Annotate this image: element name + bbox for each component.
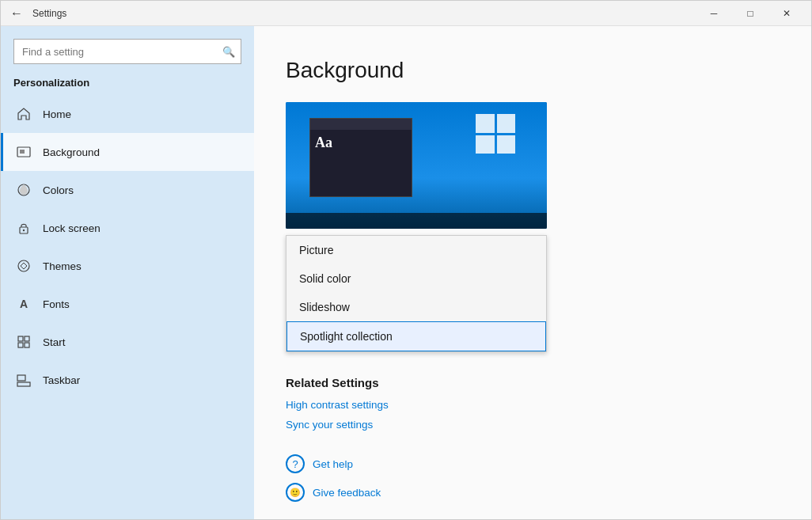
sidebar-label-themes: Themes bbox=[43, 260, 82, 272]
title-bar: ← Settings ─ □ ✕ bbox=[1, 1, 811, 26]
background-type-dropdown: Picture Solid color Slideshow Spotlight … bbox=[286, 235, 547, 352]
settings-window: ← Settings ─ □ ✕ 🔍 Personalization Home bbox=[0, 0, 812, 520]
home-icon bbox=[16, 106, 32, 122]
give-feedback-icon: 🙂 bbox=[286, 483, 305, 502]
win-quad-tl bbox=[476, 114, 495, 133]
give-feedback-item[interactable]: 🙂 Give feedback bbox=[286, 483, 780, 502]
taskbar-icon bbox=[16, 372, 32, 388]
title-bar-controls: ─ □ ✕ bbox=[696, 1, 805, 26]
section-label: Personalization bbox=[1, 74, 254, 95]
sidebar: 🔍 Personalization Home Background bbox=[1, 26, 254, 519]
sidebar-label-background: Background bbox=[43, 146, 100, 158]
sidebar-label-start: Start bbox=[43, 336, 66, 348]
get-help-icon: ? bbox=[286, 454, 305, 473]
svg-rect-7 bbox=[25, 336, 29, 341]
windows-logo bbox=[476, 114, 515, 154]
taskbar-simulation bbox=[286, 213, 547, 229]
win-quad-tr bbox=[497, 114, 516, 133]
background-preview: Aa bbox=[286, 102, 547, 229]
sidebar-item-taskbar[interactable]: Taskbar bbox=[1, 361, 254, 399]
page-title: Background bbox=[286, 58, 780, 83]
sidebar-item-lock-screen[interactable]: Lock screen bbox=[1, 209, 254, 247]
close-button[interactable]: ✕ bbox=[768, 1, 805, 26]
sidebar-label-lock-screen: Lock screen bbox=[43, 222, 101, 234]
right-panel: Background Aa bbox=[254, 26, 811, 519]
sidebar-item-background[interactable]: Background bbox=[1, 133, 254, 171]
sidebar-item-start[interactable]: Start bbox=[1, 323, 254, 361]
sidebar-label-fonts: Fonts bbox=[43, 298, 70, 310]
maximize-button[interactable]: □ bbox=[732, 1, 768, 26]
sidebar-item-fonts[interactable]: A Fonts bbox=[1, 285, 254, 323]
get-help-item[interactable]: ? Get help bbox=[286, 454, 780, 473]
background-icon bbox=[16, 144, 32, 160]
svg-point-5 bbox=[18, 260, 29, 271]
themes-icon bbox=[16, 258, 32, 274]
sidebar-label-home: Home bbox=[43, 108, 71, 120]
high-contrast-link[interactable]: High contrast settings bbox=[286, 399, 780, 411]
related-settings-section: Related Settings High contrast settings … bbox=[286, 376, 780, 431]
fonts-icon: A bbox=[16, 296, 32, 312]
win-quad-br bbox=[497, 135, 516, 154]
minimize-button[interactable]: ─ bbox=[696, 1, 732, 26]
window-title: Settings bbox=[32, 8, 66, 19]
sidebar-item-themes[interactable]: Themes bbox=[1, 247, 254, 285]
win-quad-bl bbox=[476, 135, 495, 154]
colors-icon bbox=[16, 182, 32, 198]
dropdown-item-slideshow[interactable]: Slideshow bbox=[286, 293, 546, 321]
start-icon bbox=[16, 334, 32, 350]
related-settings-title: Related Settings bbox=[286, 376, 780, 389]
get-help-link[interactable]: Get help bbox=[313, 458, 353, 470]
svg-point-4 bbox=[23, 230, 25, 231]
dropdown-item-solid-color[interactable]: Solid color bbox=[286, 264, 546, 293]
sim-titlebar bbox=[310, 119, 412, 130]
help-section: ? Get help 🙂 Give feedback bbox=[286, 454, 780, 502]
give-feedback-link[interactable]: Give feedback bbox=[313, 487, 381, 499]
dropdown-item-spotlight[interactable]: Spotlight collection bbox=[286, 321, 546, 351]
aa-text: Aa bbox=[315, 135, 332, 150]
window-simulation: Aa bbox=[309, 118, 412, 197]
svg-rect-6 bbox=[18, 336, 23, 341]
title-bar-left: ← Settings bbox=[7, 5, 66, 22]
main-content: 🔍 Personalization Home Background bbox=[1, 26, 811, 519]
sidebar-label-taskbar: Taskbar bbox=[43, 374, 80, 386]
svg-rect-9 bbox=[25, 343, 29, 347]
svg-rect-8 bbox=[18, 343, 23, 347]
lock-screen-icon bbox=[16, 220, 32, 236]
search-input[interactable] bbox=[13, 39, 241, 64]
svg-rect-10 bbox=[17, 382, 30, 386]
sync-settings-link[interactable]: Sync your settings bbox=[286, 419, 780, 431]
desktop-simulation: Aa bbox=[286, 102, 547, 229]
svg-rect-1 bbox=[20, 150, 25, 154]
sidebar-item-colors[interactable]: Colors bbox=[1, 171, 254, 209]
sim-content: Aa bbox=[310, 130, 412, 156]
dropdown-menu: Picture Solid color Slideshow Spotlight … bbox=[286, 235, 547, 352]
svg-rect-11 bbox=[17, 375, 25, 381]
search-container: 🔍 bbox=[13, 39, 241, 64]
back-button[interactable]: ← bbox=[7, 5, 26, 22]
search-icon: 🔍 bbox=[222, 46, 235, 58]
dropdown-item-picture[interactable]: Picture bbox=[286, 236, 546, 264]
sidebar-item-home[interactable]: Home bbox=[1, 95, 254, 133]
sidebar-label-colors: Colors bbox=[43, 184, 74, 196]
